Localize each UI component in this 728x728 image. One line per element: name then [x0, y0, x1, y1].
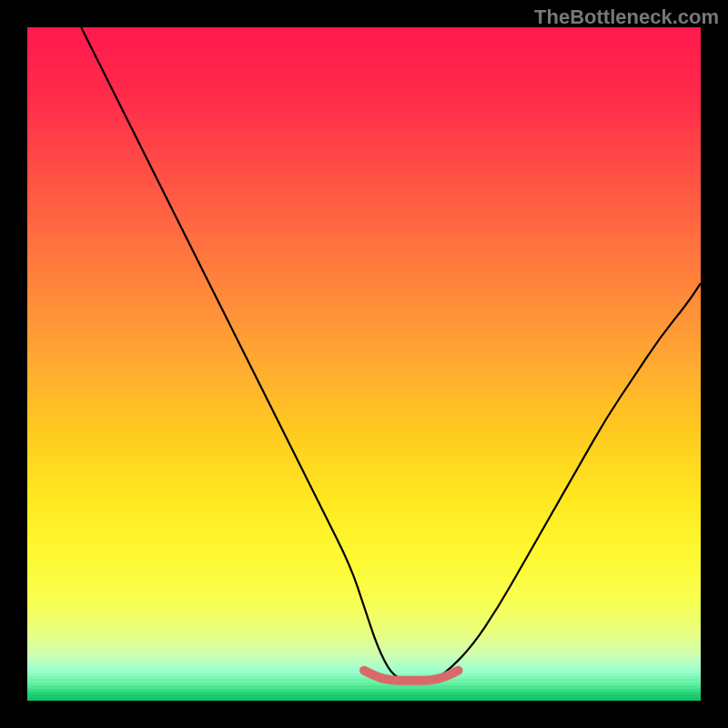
watermark-text: TheBottleneck.com	[534, 5, 719, 29]
chart-plot-area	[27, 27, 701, 701]
chart-curve	[81, 27, 701, 681]
chart-svg	[27, 27, 701, 701]
